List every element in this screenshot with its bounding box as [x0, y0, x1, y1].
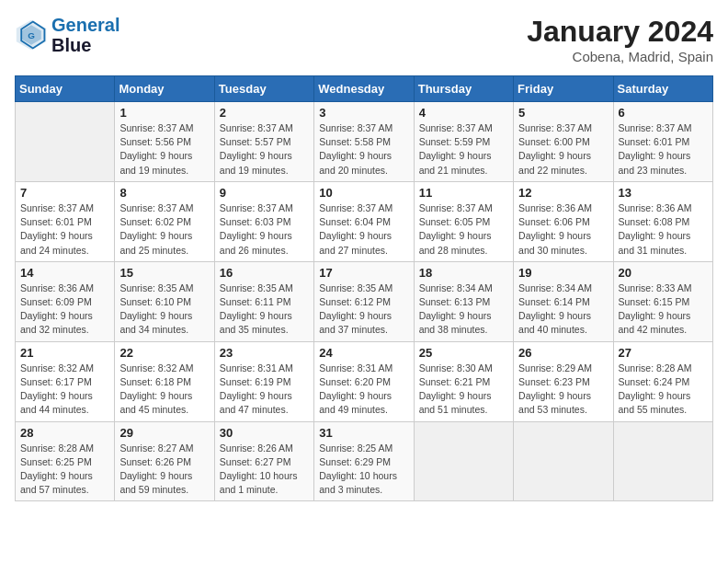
- day-number: 12: [518, 186, 608, 200]
- day-info: Sunrise: 8:30 AMSunset: 6:21 PMDaylight:…: [419, 362, 508, 418]
- day-number: 26: [518, 346, 608, 360]
- day-number: 18: [419, 266, 508, 280]
- day-info: Sunrise: 8:32 AMSunset: 6:17 PMDaylight:…: [20, 362, 109, 418]
- day-number: 20: [619, 266, 708, 280]
- calendar-cell: 14Sunrise: 8:36 AMSunset: 6:09 PMDayligh…: [16, 261, 115, 341]
- logo-text: General Blue: [51, 15, 119, 55]
- day-info: Sunrise: 8:25 AMSunset: 6:29 PMDaylight:…: [319, 442, 408, 498]
- calendar-cell: 17Sunrise: 8:35 AMSunset: 6:12 PMDayligh…: [314, 261, 414, 341]
- day-number: 2: [220, 106, 309, 120]
- day-number: 9: [220, 186, 309, 200]
- day-number: 22: [119, 346, 209, 360]
- day-info: Sunrise: 8:31 AMSunset: 6:20 PMDaylight:…: [319, 362, 408, 418]
- day-info: Sunrise: 8:36 AMSunset: 6:08 PMDaylight:…: [619, 201, 708, 258]
- day-number: 5: [518, 106, 608, 120]
- day-info: Sunrise: 8:35 AMSunset: 6:10 PMDaylight:…: [119, 282, 209, 338]
- weekday-header-thursday: Thursday: [414, 76, 513, 102]
- page-header: G General Blue January 2024 Cobena, Madr…: [15, 15, 713, 64]
- title-block: January 2024 Cobena, Madrid, Spain: [527, 15, 713, 64]
- calendar-cell: 20Sunrise: 8:33 AMSunset: 6:15 PMDayligh…: [613, 261, 712, 341]
- calendar-cell: 5Sunrise: 8:37 AMSunset: 6:00 PMDaylight…: [514, 102, 613, 182]
- calendar-cell: 16Sunrise: 8:35 AMSunset: 6:11 PMDayligh…: [214, 261, 313, 341]
- calendar-cell: 11Sunrise: 8:37 AMSunset: 6:05 PMDayligh…: [414, 181, 513, 261]
- weekday-header-monday: Monday: [115, 76, 214, 102]
- day-info: Sunrise: 8:34 AMSunset: 6:14 PMDaylight:…: [518, 282, 608, 338]
- calendar-cell: 29Sunrise: 8:27 AMSunset: 6:26 PMDayligh…: [115, 421, 214, 501]
- day-number: 10: [319, 186, 408, 200]
- calendar-cell: 18Sunrise: 8:34 AMSunset: 6:13 PMDayligh…: [414, 261, 513, 341]
- day-number: 8: [119, 186, 209, 200]
- day-number: 29: [119, 426, 209, 440]
- day-info: Sunrise: 8:37 AMSunset: 5:59 PMDaylight:…: [419, 121, 508, 178]
- day-info: Sunrise: 8:35 AMSunset: 6:11 PMDaylight:…: [220, 282, 309, 338]
- day-info: Sunrise: 8:35 AMSunset: 6:12 PMDaylight:…: [319, 282, 408, 338]
- day-number: 1: [119, 106, 209, 120]
- calendar-week-1: 1Sunrise: 8:37 AMSunset: 5:56 PMDaylight…: [16, 102, 713, 182]
- calendar-cell: [16, 102, 115, 182]
- day-info: Sunrise: 8:37 AMSunset: 6:02 PMDaylight:…: [119, 201, 209, 258]
- weekday-header-wednesday: Wednesday: [314, 76, 414, 102]
- day-number: 17: [319, 266, 408, 280]
- day-info: Sunrise: 8:37 AMSunset: 5:57 PMDaylight:…: [220, 121, 309, 178]
- day-number: 25: [419, 346, 508, 360]
- calendar-table: SundayMondayTuesdayWednesdayThursdayFrid…: [15, 75, 713, 501]
- location-subtitle: Cobena, Madrid, Spain: [527, 49, 713, 64]
- day-number: 30: [220, 426, 309, 440]
- day-info: Sunrise: 8:37 AMSunset: 5:56 PMDaylight:…: [119, 121, 209, 178]
- day-info: Sunrise: 8:37 AMSunset: 6:01 PMDaylight:…: [619, 121, 708, 178]
- calendar-cell: 7Sunrise: 8:37 AMSunset: 6:01 PMDaylight…: [16, 181, 115, 261]
- day-number: 4: [419, 106, 508, 120]
- calendar-cell: 30Sunrise: 8:26 AMSunset: 6:27 PMDayligh…: [214, 421, 313, 501]
- calendar-cell: 6Sunrise: 8:37 AMSunset: 6:01 PMDaylight…: [613, 102, 712, 182]
- calendar-cell: 21Sunrise: 8:32 AMSunset: 6:17 PMDayligh…: [16, 341, 115, 421]
- day-info: Sunrise: 8:37 AMSunset: 6:01 PMDaylight:…: [20, 201, 109, 258]
- day-number: 31: [319, 426, 408, 440]
- day-number: 23: [220, 346, 309, 360]
- calendar-cell: 8Sunrise: 8:37 AMSunset: 6:02 PMDaylight…: [115, 181, 214, 261]
- day-info: Sunrise: 8:26 AMSunset: 6:27 PMDaylight:…: [220, 442, 309, 498]
- day-info: Sunrise: 8:37 AMSunset: 6:00 PMDaylight:…: [518, 121, 608, 178]
- logo: G General Blue: [15, 15, 119, 55]
- calendar-week-4: 21Sunrise: 8:32 AMSunset: 6:17 PMDayligh…: [16, 341, 713, 421]
- calendar-cell: 4Sunrise: 8:37 AMSunset: 5:59 PMDaylight…: [414, 102, 513, 182]
- day-info: Sunrise: 8:36 AMSunset: 6:09 PMDaylight:…: [20, 282, 109, 338]
- day-number: 27: [619, 346, 708, 360]
- day-number: 14: [20, 266, 109, 280]
- calendar-cell: 27Sunrise: 8:28 AMSunset: 6:24 PMDayligh…: [613, 341, 712, 421]
- calendar-week-5: 28Sunrise: 8:28 AMSunset: 6:25 PMDayligh…: [16, 421, 713, 501]
- day-number: 16: [220, 266, 309, 280]
- day-number: 6: [619, 106, 708, 120]
- day-info: Sunrise: 8:34 AMSunset: 6:13 PMDaylight:…: [419, 282, 508, 338]
- calendar-week-2: 7Sunrise: 8:37 AMSunset: 6:01 PMDaylight…: [16, 181, 713, 261]
- day-number: 19: [518, 266, 608, 280]
- day-number: 11: [419, 186, 508, 200]
- calendar-cell: [514, 421, 613, 501]
- day-info: Sunrise: 8:36 AMSunset: 6:06 PMDaylight:…: [518, 201, 608, 258]
- calendar-cell: 10Sunrise: 8:37 AMSunset: 6:04 PMDayligh…: [314, 181, 414, 261]
- day-number: 13: [619, 186, 708, 200]
- weekday-header-saturday: Saturday: [613, 76, 712, 102]
- calendar-cell: [613, 421, 712, 501]
- day-info: Sunrise: 8:29 AMSunset: 6:23 PMDaylight:…: [518, 362, 608, 418]
- calendar-cell: 2Sunrise: 8:37 AMSunset: 5:57 PMDaylight…: [214, 102, 313, 182]
- calendar-cell: 28Sunrise: 8:28 AMSunset: 6:25 PMDayligh…: [16, 421, 115, 501]
- calendar-cell: 26Sunrise: 8:29 AMSunset: 6:23 PMDayligh…: [514, 341, 613, 421]
- calendar-cell: 25Sunrise: 8:30 AMSunset: 6:21 PMDayligh…: [414, 341, 513, 421]
- weekday-header-tuesday: Tuesday: [214, 76, 313, 102]
- day-number: 15: [119, 266, 209, 280]
- calendar-week-3: 14Sunrise: 8:36 AMSunset: 6:09 PMDayligh…: [16, 261, 713, 341]
- day-info: Sunrise: 8:37 AMSunset: 6:03 PMDaylight:…: [220, 201, 309, 258]
- month-year-title: January 2024: [527, 15, 713, 49]
- calendar-cell: 15Sunrise: 8:35 AMSunset: 6:10 PMDayligh…: [115, 261, 214, 341]
- calendar-cell: 19Sunrise: 8:34 AMSunset: 6:14 PMDayligh…: [514, 261, 613, 341]
- weekday-header-friday: Friday: [514, 76, 613, 102]
- weekday-header-row: SundayMondayTuesdayWednesdayThursdayFrid…: [16, 76, 713, 102]
- calendar-cell: [414, 421, 513, 501]
- weekday-header-sunday: Sunday: [16, 76, 115, 102]
- calendar-cell: 31Sunrise: 8:25 AMSunset: 6:29 PMDayligh…: [314, 421, 414, 501]
- day-info: Sunrise: 8:37 AMSunset: 5:58 PMDaylight:…: [319, 121, 408, 178]
- calendar-cell: 1Sunrise: 8:37 AMSunset: 5:56 PMDaylight…: [115, 102, 214, 182]
- day-info: Sunrise: 8:33 AMSunset: 6:15 PMDaylight:…: [619, 282, 708, 338]
- day-info: Sunrise: 8:37 AMSunset: 6:05 PMDaylight:…: [419, 201, 508, 258]
- calendar-cell: 9Sunrise: 8:37 AMSunset: 6:03 PMDaylight…: [214, 181, 313, 261]
